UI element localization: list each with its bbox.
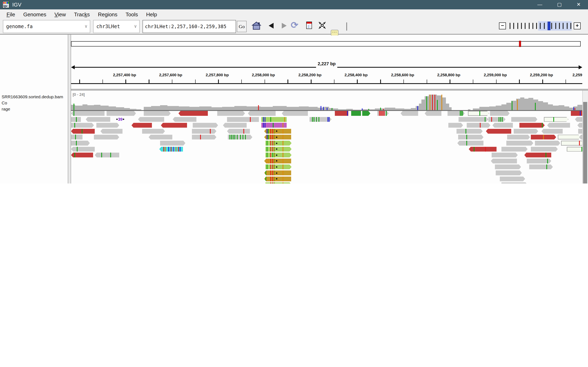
coverage-bar[interactable] bbox=[564, 106, 569, 110]
region-navigator-icon[interactable] bbox=[306, 22, 312, 29]
read[interactable] bbox=[264, 176, 291, 181]
read[interactable] bbox=[228, 135, 252, 140]
read[interactable] bbox=[100, 129, 122, 134]
zoom-out-button[interactable]: − bbox=[499, 22, 506, 29]
read[interactable] bbox=[486, 129, 511, 134]
read[interactable] bbox=[547, 123, 570, 128]
read[interactable] bbox=[529, 165, 553, 169]
read[interactable] bbox=[131, 123, 152, 128]
coverage-bar[interactable] bbox=[179, 106, 190, 110]
read[interactable] bbox=[223, 123, 247, 128]
menu-help[interactable]: Help bbox=[142, 11, 161, 17]
read[interactable] bbox=[86, 117, 110, 122]
read[interactable] bbox=[94, 135, 119, 140]
read[interactable] bbox=[71, 147, 95, 151]
read[interactable] bbox=[448, 111, 465, 116]
coverage-bar[interactable] bbox=[502, 104, 506, 110]
coverage-bar[interactable] bbox=[190, 107, 199, 110]
read[interactable] bbox=[71, 141, 90, 146]
maximize-button[interactable]: ▢ bbox=[550, 0, 569, 9]
coverage-bar[interactable] bbox=[329, 108, 333, 110]
read[interactable] bbox=[495, 165, 521, 169]
read[interactable] bbox=[96, 123, 119, 128]
coverage-bar[interactable] bbox=[395, 108, 404, 110]
read[interactable] bbox=[71, 117, 81, 122]
coverage-bar[interactable] bbox=[273, 106, 287, 110]
read[interactable] bbox=[142, 129, 165, 134]
read[interactable] bbox=[95, 152, 119, 157]
coverage-bar[interactable] bbox=[124, 108, 130, 110]
read[interactable] bbox=[192, 129, 216, 134]
read[interactable] bbox=[265, 152, 292, 157]
read[interactable] bbox=[159, 147, 183, 151]
read[interactable] bbox=[351, 111, 370, 116]
coverage-bar[interactable] bbox=[82, 104, 87, 110]
coverage-bar[interactable] bbox=[506, 103, 511, 110]
read[interactable] bbox=[544, 117, 568, 122]
read[interactable] bbox=[457, 129, 483, 134]
read[interactable] bbox=[227, 117, 259, 122]
menu-file[interactable]: File bbox=[2, 11, 19, 17]
read[interactable] bbox=[310, 117, 332, 122]
coverage-bar[interactable] bbox=[528, 98, 533, 110]
coverage-bar[interactable] bbox=[496, 106, 502, 110]
read[interactable] bbox=[71, 129, 95, 134]
read[interactable] bbox=[160, 141, 185, 146]
read[interactable] bbox=[71, 111, 104, 116]
vertical-scrollbar-thumb[interactable] bbox=[583, 102, 587, 184]
coverage-bar[interactable] bbox=[94, 105, 100, 110]
go-button[interactable]: Go bbox=[237, 21, 247, 32]
track-data-area[interactable]: 39 bbox=[71, 91, 582, 184]
read[interactable] bbox=[500, 176, 525, 181]
read[interactable] bbox=[524, 152, 551, 157]
coverage-bar[interactable] bbox=[151, 106, 160, 110]
read[interactable] bbox=[149, 135, 172, 140]
genome-select[interactable]: genome.fa∨ bbox=[3, 20, 90, 33]
minimize-button[interactable]: — bbox=[530, 0, 549, 9]
coverage-bar[interactable] bbox=[421, 100, 425, 110]
read[interactable] bbox=[531, 147, 558, 151]
read[interactable] bbox=[511, 117, 537, 122]
read[interactable] bbox=[282, 111, 308, 116]
read[interactable] bbox=[161, 123, 187, 128]
forward-icon[interactable] bbox=[282, 23, 287, 29]
read[interactable] bbox=[335, 111, 348, 116]
read[interactable] bbox=[457, 141, 484, 146]
coverage-bar[interactable] bbox=[446, 104, 449, 110]
read[interactable] bbox=[578, 129, 582, 134]
coverage-bar[interactable] bbox=[160, 105, 167, 110]
coverage-bar[interactable] bbox=[473, 108, 479, 110]
read[interactable] bbox=[144, 111, 171, 116]
coverage-bar[interactable] bbox=[87, 105, 94, 110]
read[interactable] bbox=[492, 152, 518, 157]
coverage-bar[interactable] bbox=[199, 106, 212, 110]
read[interactable] bbox=[467, 123, 490, 128]
coverage-bar[interactable] bbox=[144, 107, 151, 110]
read[interactable] bbox=[507, 135, 530, 140]
read[interactable] bbox=[264, 170, 291, 175]
coverage-bar[interactable] bbox=[538, 101, 543, 110]
read[interactable] bbox=[496, 170, 522, 175]
menu-view[interactable]: View bbox=[51, 11, 70, 17]
read[interactable] bbox=[575, 117, 582, 122]
read[interactable] bbox=[458, 117, 488, 122]
zoom-thumb[interactable] bbox=[548, 22, 550, 30]
read[interactable] bbox=[514, 129, 538, 134]
read[interactable] bbox=[248, 111, 276, 116]
locus-input[interactable]: chr3LHet:2,257,160-2,259,385 bbox=[143, 20, 236, 33]
read[interactable] bbox=[261, 117, 287, 122]
read[interactable] bbox=[488, 117, 506, 122]
read[interactable] bbox=[178, 111, 208, 116]
coverage-bar[interactable] bbox=[449, 107, 452, 110]
coverage-bar[interactable] bbox=[520, 98, 524, 110]
coverage-bar[interactable] bbox=[234, 106, 247, 110]
read[interactable] bbox=[138, 117, 164, 122]
coverage-bar[interactable] bbox=[385, 108, 395, 110]
read[interactable] bbox=[491, 159, 517, 164]
menu-genomes[interactable]: Genomes bbox=[19, 11, 51, 17]
coverage-bar[interactable] bbox=[533, 100, 538, 110]
coverage-bar[interactable] bbox=[548, 104, 553, 110]
coverage-bar[interactable] bbox=[569, 108, 573, 110]
menu-tracks[interactable]: Tracks bbox=[70, 11, 94, 17]
coverage-bar[interactable] bbox=[479, 107, 489, 110]
